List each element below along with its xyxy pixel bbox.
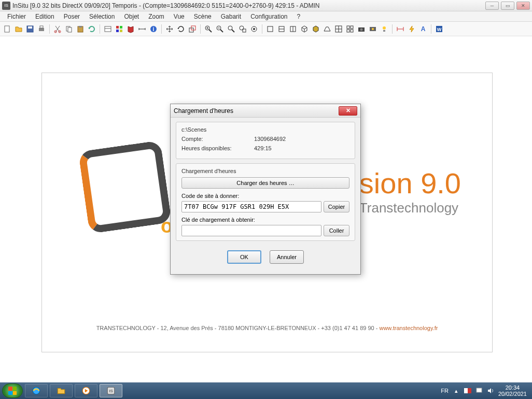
info-icon[interactable]: i	[148, 24, 159, 34]
charger-button[interactable]: Charger des heures …	[181, 177, 349, 189]
taskbar-media[interactable]	[75, 384, 97, 397]
svg-point-47	[360, 28, 363, 31]
taskbar-ie[interactable]	[25, 384, 48, 397]
section-title: Chargement d'heures	[181, 168, 349, 174]
view-iso-icon[interactable]	[311, 24, 321, 34]
menu-fichier[interactable]: Fichier	[3, 12, 30, 21]
svg-point-5	[54, 31, 57, 33]
cle-input[interactable]	[181, 225, 321, 236]
code-label: Code de site à donner:	[181, 193, 349, 199]
view-front-icon[interactable]	[276, 24, 287, 34]
menu-objet[interactable]: Objet	[120, 12, 143, 21]
maximize-button[interactable]: ▭	[501, 2, 514, 10]
scale-icon[interactable]	[187, 24, 198, 34]
menu-selection[interactable]: Sélection	[85, 12, 119, 21]
coller-button[interactable]: Coller	[324, 225, 349, 236]
dialog-titlebar[interactable]: Chargement d'heures ✕	[171, 104, 360, 118]
zoom-fit-icon[interactable]	[226, 24, 236, 34]
paste-icon[interactable]	[75, 24, 86, 34]
menu-zoom[interactable]: Zoom	[144, 12, 169, 21]
ok-button[interactable]: OK	[227, 250, 261, 264]
save-icon[interactable]	[25, 24, 35, 34]
rotate-icon[interactable]	[176, 24, 186, 34]
view-top-icon[interactable]	[265, 24, 275, 34]
minimize-button[interactable]: ─	[485, 2, 499, 10]
dialog-close-button[interactable]: ✕	[339, 106, 357, 116]
color-icon[interactable]	[114, 24, 124, 34]
svg-rect-13	[116, 26, 119, 28]
svg-rect-0	[5, 26, 9, 32]
light-icon[interactable]	[379, 24, 389, 34]
taskbar-explorer[interactable]	[50, 384, 73, 397]
zoom-in-icon[interactable]	[203, 24, 214, 34]
window-title: InSitu [9.0 32 bits DirectX 09/09/20] Te…	[12, 2, 485, 9]
catalog-icon[interactable]	[103, 24, 113, 34]
clock[interactable]: 20:34 20/02/2021	[498, 384, 527, 397]
word-icon[interactable]: W	[434, 24, 444, 34]
menu-configuration[interactable]: Configuration	[246, 12, 291, 21]
annuler-button[interactable]: Annuler	[270, 250, 304, 264]
menu-poser[interactable]: Poser	[60, 12, 84, 21]
svg-text:i: i	[153, 26, 155, 32]
titlebar: IS InSitu [9.0 32 bits DirectX 09/09/20]…	[0, 0, 532, 11]
text-icon[interactable]: A	[418, 24, 428, 34]
dialog-chargement: Chargement d'heures ✕ c:\Scenes Compte: …	[170, 104, 361, 275]
menu-edition[interactable]: Edition	[31, 12, 59, 21]
view-side-icon[interactable]	[288, 24, 298, 34]
footer-link[interactable]: www.transtechnology.fr	[379, 325, 438, 331]
svg-rect-15	[116, 30, 119, 32]
svg-rect-4	[40, 26, 43, 28]
view-3d-icon[interactable]	[299, 24, 310, 34]
view-split-icon[interactable]	[333, 24, 344, 34]
new-icon[interactable]	[2, 24, 12, 34]
start-button[interactable]	[2, 383, 23, 398]
tray-action-center-icon[interactable]	[475, 387, 483, 394]
svg-point-49	[372, 28, 374, 30]
svg-line-26	[220, 30, 223, 32]
copier-button[interactable]: Copier	[324, 201, 349, 212]
tray-show-hidden-icon[interactable]: ▴	[453, 387, 460, 394]
flash-icon[interactable]	[407, 24, 417, 34]
view-persp-icon[interactable]	[322, 24, 332, 34]
menu-gabarit[interactable]: Gabarit	[217, 12, 245, 21]
menu-help[interactable]: ?	[293, 12, 305, 21]
splash-footer: TRANSTECHNOLOGY - 12, Avenue des Prés - …	[42, 325, 492, 331]
svg-line-22	[209, 30, 212, 32]
zoom-all-icon[interactable]	[249, 24, 259, 34]
taskbar-insitu[interactable]: IS	[100, 384, 122, 397]
zoom-window-icon[interactable]	[237, 24, 248, 34]
logo-shape	[83, 146, 166, 229]
close-button[interactable]: ✕	[516, 2, 530, 10]
view-wire-icon[interactable]	[345, 24, 355, 34]
dimension-icon[interactable]	[395, 24, 405, 34]
print-icon[interactable]	[36, 24, 47, 34]
book-icon[interactable]	[125, 24, 136, 34]
taskbar: IS FR ▴ 20:34 20/02/2021	[0, 382, 532, 399]
undo-icon[interactable]	[87, 24, 97, 34]
lang-indicator[interactable]: FR	[441, 388, 449, 394]
tray-volume-icon[interactable]	[487, 387, 494, 394]
camera-icon[interactable]	[356, 24, 367, 34]
svg-rect-2	[28, 26, 32, 28]
svg-rect-11	[105, 26, 111, 32]
cle-label: Clé de chargement à obtenir:	[181, 217, 349, 223]
svg-line-29	[232, 30, 234, 32]
svg-rect-34	[268, 26, 273, 32]
svg-text:W: W	[437, 27, 442, 32]
zoom-out-icon[interactable]	[215, 24, 225, 34]
menu-vue[interactable]: Vue	[170, 12, 189, 21]
svg-rect-42	[347, 26, 349, 28]
cut-icon[interactable]	[52, 24, 63, 34]
tray-flag-icon[interactable]	[464, 387, 471, 394]
render-icon[interactable]	[368, 24, 378, 34]
svg-rect-8	[68, 27, 72, 32]
open-icon[interactable]	[13, 24, 24, 34]
svg-point-50	[383, 26, 386, 30]
move-icon[interactable]	[164, 24, 175, 34]
code-input[interactable]	[181, 201, 321, 212]
svg-point-28	[228, 26, 232, 30]
measure-icon[interactable]	[137, 24, 147, 34]
menu-scene[interactable]: Scène	[190, 12, 216, 21]
copy-icon[interactable]	[64, 24, 74, 34]
svg-rect-3	[39, 28, 44, 31]
